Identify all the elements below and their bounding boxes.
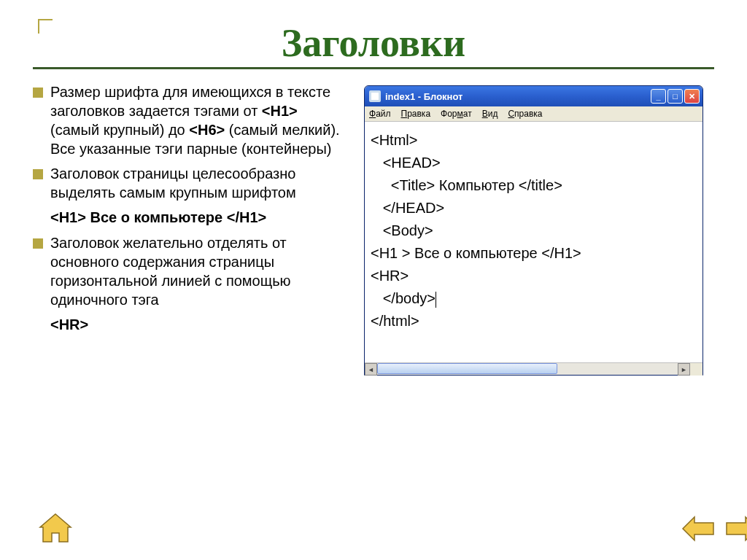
menu-bar: Файл Правка Формат Вид Справка [365, 106, 703, 122]
code-line: <HR> [371, 265, 697, 287]
code-example: <H1> Все о компьютере </H1> [50, 208, 347, 228]
svg-marker-0 [40, 514, 71, 542]
menu-edit[interactable]: Правка [401, 109, 431, 119]
text-fragment: </body> [371, 290, 436, 306]
code-line: </HEAD> [371, 197, 697, 219]
slide: Заголовки Размер шрифта для имеющихся в … [0, 0, 747, 560]
minimize-button[interactable]: _ [651, 89, 666, 104]
list-item: Заголовок желательно отделять от основно… [33, 233, 347, 309]
content-row: Размер шрифта для имеющихся в тексте заг… [33, 82, 714, 376]
slide-nav [36, 512, 747, 545]
text-area[interactable]: <Html> <HEAD> <Title> Компьютер </title>… [365, 122, 703, 362]
list-item: Заголовок страницы целесообразно выделят… [33, 164, 347, 202]
text-fragment: (самый крупный) до [50, 122, 189, 138]
arrow-right-icon [724, 514, 747, 543]
code-line: <Body> [371, 219, 697, 242]
tag-h1: <H1> [262, 103, 298, 119]
bullet-icon [33, 169, 43, 179]
home-button[interactable] [36, 512, 74, 545]
bullet-text: Заголовок желательно отделять от основно… [50, 233, 347, 309]
notepad-screenshot: index1 - Блокнот _ □ ✕ Файл Правка Форма… [364, 82, 707, 376]
slide-title: Заголовки [33, 20, 714, 66]
bullet-text: Размер шрифта для имеющихся в тексте заг… [50, 82, 347, 158]
code-example: <HR> [50, 315, 347, 335]
arrow-left-icon [681, 514, 716, 543]
svg-marker-1 [683, 517, 713, 540]
scroll-track[interactable] [377, 363, 678, 375]
maximize-button[interactable]: □ [667, 89, 683, 104]
list-item: Размер шрифта для имеющихся в тексте заг… [33, 82, 347, 158]
window-titlebar[interactable]: index1 - Блокнот _ □ ✕ [365, 86, 703, 106]
scroll-left-button[interactable]: ◄ [365, 363, 377, 376]
menu-view[interactable]: Вид [482, 109, 498, 119]
resize-grip[interactable] [690, 363, 703, 376]
close-button[interactable]: ✕ [684, 89, 700, 104]
notepad-icon [369, 90, 381, 102]
code-line: <Title> Компьютер </title> [371, 174, 697, 197]
tag-h6: <H6> [189, 122, 225, 138]
window-controls: _ □ ✕ [651, 89, 700, 104]
h1-example: <H1> Все о компьютере </H1> [50, 209, 266, 225]
house-icon [37, 513, 74, 545]
text-cursor [436, 292, 436, 308]
title-area: Заголовки [33, 15, 714, 69]
code-line: </body> [371, 287, 697, 310]
code-line: </html> [371, 310, 697, 332]
scroll-thumb[interactable] [377, 363, 557, 374]
horizontal-scrollbar[interactable]: ◄ ► [365, 362, 703, 375]
svg-marker-2 [727, 517, 747, 540]
bullet-list: Размер шрифта для имеющихся в тексте заг… [33, 82, 347, 376]
code-line: <Html> [371, 129, 697, 152]
window-title: index1 - Блокнот [385, 91, 462, 102]
code-line: <H1 > Все о компьютере </H1> [371, 242, 697, 265]
bullet-icon [33, 238, 43, 249]
bullet-text: Заголовок страницы целесообразно выделят… [50, 164, 347, 202]
hr-example: <HR> [50, 316, 88, 332]
prev-button[interactable] [680, 512, 718, 545]
notepad-window: index1 - Блокнот _ □ ✕ Файл Правка Форма… [364, 85, 703, 376]
decorative-corner [38, 19, 53, 34]
menu-format[interactable]: Формат [441, 109, 472, 119]
menu-help[interactable]: Справка [508, 109, 542, 119]
menu-file[interactable]: Файл [369, 109, 391, 119]
code-line: <HEAD> [371, 152, 697, 174]
bullet-icon [33, 88, 43, 98]
scroll-right-button[interactable]: ► [678, 363, 690, 376]
next-button[interactable] [722, 512, 747, 545]
